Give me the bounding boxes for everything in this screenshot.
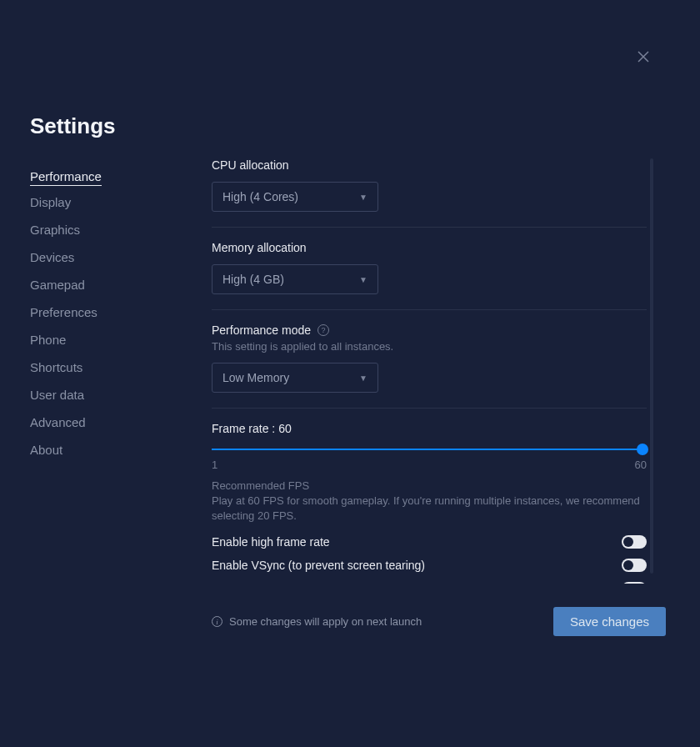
memory-select[interactable]: High (4 GB) ▼ [212,264,378,294]
toggle-high-frame-rate-row: Enable high frame rate [212,535,647,549]
footer: i Some changes will apply on next launch… [212,607,666,636]
help-icon[interactable]: ? [318,324,329,336]
perfmode-sublabel: This setting is applied to all instances… [212,340,647,353]
sidebar-item-user-data[interactable]: User data [30,384,84,406]
sidebar-item-preferences[interactable]: Preferences [30,301,98,323]
cpu-select[interactable]: High (4 Cores) ▼ [212,182,378,212]
sidebar-item-gamepad[interactable]: Gamepad [30,273,85,296]
sidebar-item-about[interactable]: About [30,439,62,461]
toggle-vsync-row: Enable VSync (to prevent screen tearing) [212,559,647,572]
sidebar-item-phone[interactable]: Phone [30,328,66,351]
toggle-high-frame-rate[interactable] [622,535,647,549]
save-changes-button[interactable]: Save changes [553,607,666,636]
toggle-label: Enable VSync (to prevent screen tearing) [212,559,425,572]
cpu-label: CPU allocation [212,158,647,172]
toggle-label: Enable high frame rate [212,535,330,549]
close-button[interactable] [633,47,653,67]
slider-range-labels: 1 60 [212,459,647,471]
sidebar-item-graphics[interactable]: Graphics [30,218,80,241]
close-icon [637,50,650,63]
slider-thumb[interactable] [637,444,648,455]
chevron-down-icon: ▼ [359,193,368,202]
sidebar-item-performance[interactable]: Performance [30,165,102,186]
content-pane: CPU allocation High (4 Cores) ▼ Memory a… [212,158,653,584]
recommended-fps-title: Recommended FPS [212,479,647,492]
cpu-select-value: High (4 Cores) [222,190,298,203]
footer-note: i Some changes will apply on next launch [212,615,422,628]
sidebar-item-shortcuts[interactable]: Shortcuts [30,356,82,379]
info-icon: i [212,616,222,627]
perfmode-select-value: Low Memory [222,371,289,384]
toggle-vsync[interactable] [622,559,647,572]
framerate-label: Frame rate : 60 [212,422,647,435]
recommended-fps-text: Play at 60 FPS for smooth gameplay. If y… [212,494,647,524]
sidebar: Performance Display Graphics Devices Gam… [30,165,180,466]
chevron-down-icon: ▼ [359,374,368,383]
sidebar-item-display[interactable]: Display [30,191,71,213]
scrollbar[interactable] [650,158,653,574]
chevron-down-icon: ▼ [359,275,368,284]
perfmode-select[interactable]: Low Memory ▼ [212,363,378,393]
cpu-section: CPU allocation High (4 Cores) ▼ [212,158,647,228]
toggle-display-fps[interactable] [622,582,647,584]
framerate-section: Frame rate : 60 1 60 Recommended FPS Pla… [212,422,647,584]
page-title: Settings [30,113,116,139]
sidebar-item-devices[interactable]: Devices [30,246,74,268]
perfmode-section: Performance mode ? This setting is appli… [212,323,647,409]
framerate-slider[interactable] [212,440,647,459]
slider-max: 60 [635,459,647,471]
slider-min: 1 [212,459,218,471]
toggle-label: Display FPS during gameplay [212,582,365,584]
memory-select-value: High (4 GB) [222,273,284,286]
perfmode-label: Performance mode ? [212,323,647,337]
memory-section: Memory allocation High (4 GB) ▼ [212,241,647,310]
memory-label: Memory allocation [212,241,647,254]
sidebar-item-advanced[interactable]: Advanced [30,411,86,434]
toggle-display-fps-row: Display FPS during gameplay [212,582,647,584]
